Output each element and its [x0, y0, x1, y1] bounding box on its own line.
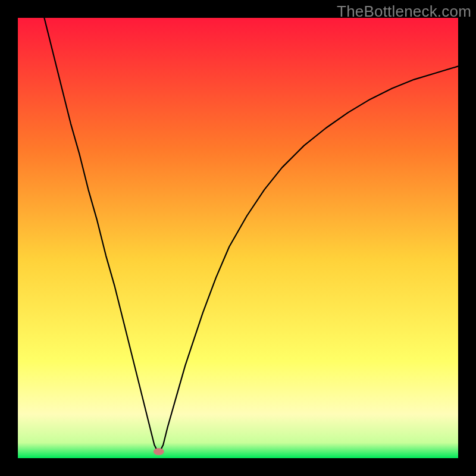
plot-background [18, 18, 458, 458]
chart-svg [0, 0, 476, 476]
chart-container: TheBottleneck.com [0, 0, 476, 476]
minimum-marker [154, 448, 164, 455]
watermark-text: TheBottleneck.com [337, 2, 471, 21]
